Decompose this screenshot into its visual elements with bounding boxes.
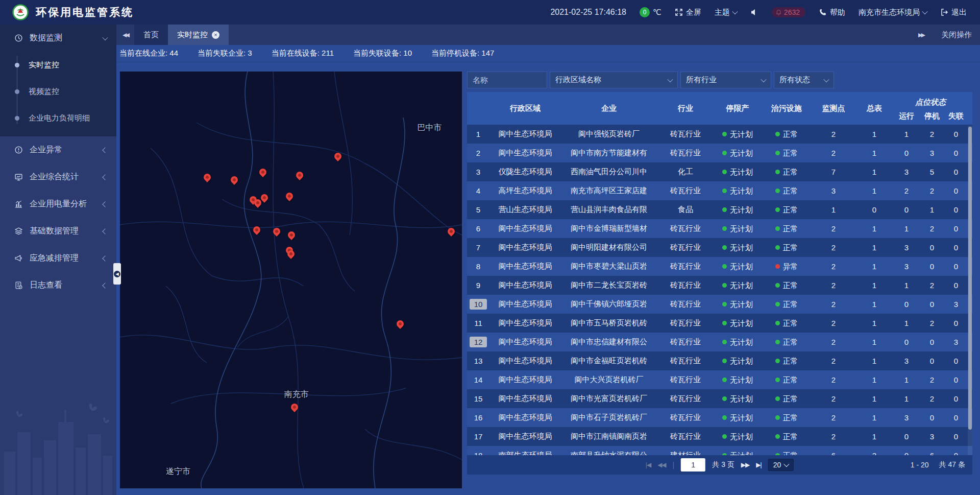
sidebar-item-0[interactable]: 数据监测 [0, 25, 116, 52]
cell-industry: 砖瓦行业 [657, 356, 714, 366]
map-city-label: 巴中市 [417, 123, 442, 133]
sidebar-item-4[interactable]: 基础数据管理 [0, 218, 116, 245]
cell-points: 2 [812, 319, 855, 327]
table-row[interactable]: 10阆中生态环境局阆中千佛镇六郎垭页岩砖瓦行业无计划正常21003 [467, 295, 972, 314]
cell-halt: 3 [919, 149, 945, 157]
cell-facility-status: 正常 [761, 451, 812, 455]
table-row[interactable]: 3仪陇生态环境局西南油气田分公司川中化工无计划正常71350 [467, 162, 972, 181]
page-number-input[interactable] [681, 458, 705, 472]
cell-facility-status: 正常 [761, 375, 812, 385]
tabs-scroll-left-icon[interactable]: ◀◀ [116, 32, 134, 38]
chevron-left-icon [102, 255, 108, 261]
cell-facility-status: 正常 [761, 243, 812, 253]
table-row[interactable]: 16阆中生态环境局阆中市石子页岩机砖厂砖瓦行业无计划正常21300 [467, 408, 972, 427]
table-scrollbar[interactable] [968, 126, 972, 455]
cell-stop-status: 无计划 [714, 356, 761, 366]
table-row[interactable]: 6阆中生态环境局阆中市金博瑞新型墙材砖瓦行业无计划正常21120 [467, 219, 972, 238]
cell-points: 2 [812, 432, 855, 441]
tab-close-icon[interactable]: × [212, 31, 219, 39]
sidebar-item-6[interactable]: 日志查看 [0, 272, 116, 299]
app-logo-icon [12, 4, 29, 20]
table-row[interactable]: 4高坪生态环境局南充市高坪区王家店建砖瓦行业无计划正常31220 [467, 181, 972, 200]
help-button[interactable]: 帮助 [819, 8, 845, 17]
close-operations-button[interactable]: 关闭操作 [941, 30, 972, 40]
status-text: 正常 [783, 167, 798, 176]
cell-stop-status: 无计划 [714, 337, 761, 347]
table-row[interactable]: 18南部生态环境局南部县升钟水泥有限公建材行业无计划正常62060 [467, 446, 972, 455]
status-filter-select[interactable]: 所有状态 [774, 72, 834, 88]
status-ok-dot [722, 396, 727, 401]
notification-badge[interactable]: 2632 [772, 7, 805, 17]
table-row[interactable]: 13阆中生态环境局阆中市金福旺页岩机砖砖瓦行业无计划正常21300 [467, 351, 972, 370]
sidebar-item-1[interactable]: 企业异常 [0, 136, 116, 163]
sidebar-item-2[interactable]: 企业综合统计 [0, 163, 116, 191]
cell-facility-status: 正常 [761, 129, 812, 139]
cell-stop-status: 无计划 [714, 394, 761, 404]
table-header: 行政区域 企业 行业 停限产 治污设施 监测点 总表 点位状态 运行 停机 失联 [467, 92, 972, 125]
row-index: 9 [467, 281, 489, 290]
prev-page-button[interactable]: ◀◀ [657, 461, 666, 468]
logout-button[interactable]: 退出 [940, 8, 967, 17]
table-row[interactable]: 1阆中生态环境局阆中强锐页岩砖厂砖瓦行业无计划正常21120 [467, 125, 972, 144]
cell-halt: 0 [919, 338, 945, 346]
first-page-button[interactable]: |◀ [646, 461, 651, 468]
cell-region: 阆中生态环境局 [489, 129, 561, 139]
tab-实时监控[interactable]: 实时监控× [168, 25, 229, 45]
table-row[interactable]: 12阆中生态环境局阆中市忠信建材有限公砖瓦行业无计划正常21003 [467, 333, 972, 351]
table-row[interactable]: 8阆中生态环境局阆中市枣碧大梁山页岩砖瓦行业无计划异常21300 [467, 257, 972, 276]
table-row[interactable]: 17阆中生态环境局阆中市江南镇阆南页岩砖瓦行业无计划正常21030 [467, 427, 972, 446]
tab-首页[interactable]: 首页 [134, 25, 168, 45]
status-text: 正常 [783, 337, 798, 346]
col-points: 监测点 [812, 104, 855, 113]
cell-run: 3 [894, 413, 919, 422]
status-ok-dot [722, 245, 727, 250]
cell-halt: 3 [919, 432, 945, 441]
status-text: 正常 [783, 205, 798, 214]
table-row[interactable]: 11阆中生态环境局阆中市五马桥页岩机砖砖瓦行业无计划正常21120 [467, 314, 972, 333]
cell-lost: 0 [945, 205, 967, 214]
cell-facility-status: 异常 [761, 262, 812, 272]
status-ok-dot [775, 207, 780, 212]
cell-halt: 2 [919, 281, 945, 290]
sound-toggle[interactable] [750, 8, 758, 16]
region-filter-select[interactable]: 行政区域名称 [550, 72, 678, 88]
theme-dropdown[interactable]: 主题 [715, 8, 737, 17]
filter-bar: 行政区域名称 所有行业 所有状态 [467, 72, 972, 88]
sidebar-subitem[interactable]: 视频监控 [0, 78, 116, 105]
status-text: 无计划 [730, 262, 753, 270]
industry-filter-select[interactable]: 所有行业 [680, 72, 771, 88]
sidebar-item-3[interactable]: 企业用电量分析 [0, 191, 116, 218]
cell-industry: 砖瓦行业 [657, 318, 714, 328]
table-row[interactable]: 7阆中生态环境局阆中明阳建材有限公司砖瓦行业无计划正常21300 [467, 238, 972, 257]
fullscreen-button[interactable]: 全屏 [675, 8, 701, 17]
last-page-button[interactable]: ▶| [756, 461, 761, 468]
cell-lost: 0 [945, 375, 967, 384]
cell-company: 阆中强锐页岩砖厂 [561, 129, 657, 139]
sidebar-subitem[interactable]: 实时监控 [0, 52, 116, 78]
page-size-select[interactable]: 20 [768, 459, 794, 471]
next-page-button[interactable]: ▶▶ [741, 461, 749, 468]
status-ok-dot [775, 359, 780, 363]
map-panel[interactable]: 巴中市南充市遂宁市 [120, 72, 462, 488]
status-ok-dot [775, 132, 780, 136]
cell-facility-status: 正常 [761, 167, 812, 177]
table-row[interactable]: 2阆中生态环境局阆中市南方节能建材有砖瓦行业无计划正常21030 [467, 144, 972, 162]
sidebar-collapse-handle[interactable]: ◀ [113, 263, 121, 285]
cell-lost: 0 [945, 357, 967, 365]
cell-run: 1 [894, 224, 919, 233]
table-row[interactable]: 15阆中生态环境局阆中市光富页岩机砖厂砖瓦行业无计划正常21120 [467, 389, 972, 408]
status-ok-dot [722, 302, 727, 307]
row-index: 17 [467, 432, 489, 441]
status-text: 无计划 [730, 148, 753, 157]
scrollbar-thumb[interactable] [968, 127, 972, 430]
table-row[interactable]: 14阆中生态环境局阆中大兴页岩机砖厂砖瓦行业无计划正常21120 [467, 370, 972, 389]
name-filter-input[interactable] [467, 72, 547, 88]
org-dropdown[interactable]: 南充市生态环境局 [859, 8, 927, 17]
cell-meter: 1 [855, 413, 894, 422]
table-row[interactable]: 9阆中生态环境局阆中市二龙长宝页岩砖砖瓦行业无计划正常21120 [467, 276, 972, 295]
sidebar-subitem[interactable]: 企业电力负荷明细 [0, 105, 116, 131]
sidebar-item-5[interactable]: 应急减排管理 [0, 245, 116, 272]
tabs-scroll-right-icon[interactable]: ▶▶ [912, 32, 930, 38]
table-row[interactable]: 5营山生态环境局营山县润丰肉食品有限食品无计划正常10010 [467, 200, 972, 219]
alert-circle-icon [14, 146, 23, 154]
